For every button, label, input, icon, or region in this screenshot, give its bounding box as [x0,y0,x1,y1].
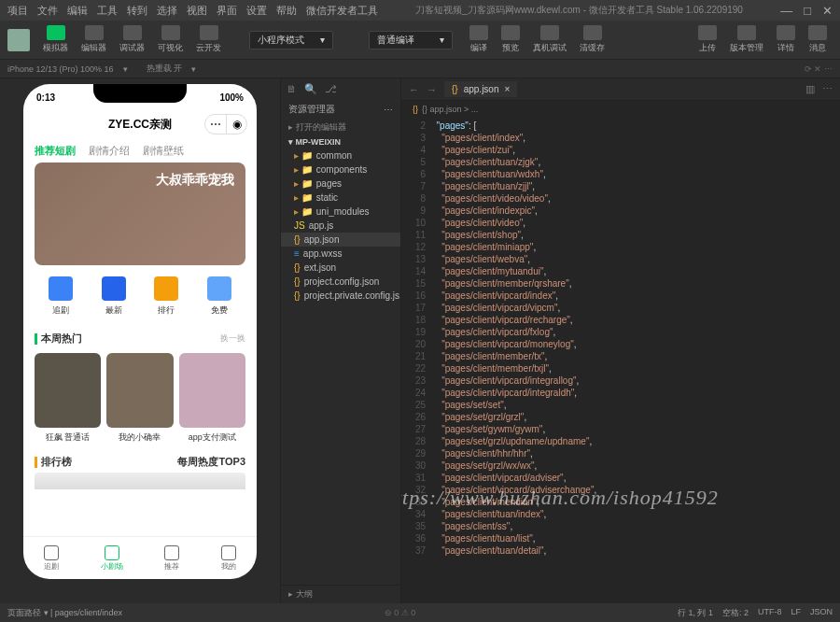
menu-bar: 项目文件编辑工具转到选择视图界面设置帮助微信开发者工具 [7,4,378,18]
menu-编辑[interactable]: 编辑 [67,4,88,18]
phone-battery: 100% [219,92,244,103]
open-editors-section[interactable]: ▸ 打开的编辑器 [281,120,400,135]
tabbar-item-3[interactable]: 我的 [221,545,236,572]
split-icon[interactable]: ▥ [805,83,815,95]
cloud-button[interactable]: 云开发 [190,23,227,56]
file-app.wxss[interactable]: ≡ app.wxss [281,247,400,261]
menu-界面[interactable]: 界面 [217,4,237,18]
debugger-button[interactable]: 调试器 [114,23,150,56]
nav-icon-0[interactable]: 追剧 [49,276,73,317]
status-JSON[interactable]: JSON [810,607,833,619]
editor-button[interactable]: 编辑器 [76,23,112,56]
editor-tools: ← → [409,84,437,95]
menu-帮助[interactable]: 帮助 [276,4,297,18]
nav-icon-2[interactable]: 排行 [154,276,178,317]
tab-close-icon[interactable]: × [505,84,511,94]
phone-tab-0[interactable]: 推荐短剧 [35,144,76,158]
menu-工具[interactable]: 工具 [97,4,118,18]
page-path[interactable]: 页面路径 ▾ | pages/client/index [7,607,122,619]
clear-cache-button[interactable]: 清缓存 [574,23,610,56]
menu-设置[interactable]: 设置 [246,4,267,18]
file-project.config.json[interactable]: {} project.config.json [281,275,400,289]
close-icon[interactable]: ✕ [822,4,833,18]
phone-tabs: 推荐短剧剧情介绍剧情壁纸 [23,138,257,163]
status-UTF-8[interactable]: UTF-8 [758,607,782,619]
visual-button[interactable]: 可视化 [152,23,189,56]
status-空格: 2[interactable]: 空格: 2 [722,607,749,619]
code-area[interactable]: 2345678910111213141516171819202122232425… [401,118,840,603]
device-selector[interactable]: iPhone 12/13 (Pro) 100% 16 [7,64,114,74]
file-app.json[interactable]: {} app.json [281,233,400,247]
phone-content[interactable]: 大叔乖乖宠我 追剧最新排行免费 本周热门 换一换 狂飙 普通话我的小确幸app支… [23,163,257,536]
maximize-icon[interactable]: □ [804,4,811,18]
minimize-icon[interactable]: — [780,4,792,18]
file-app.js[interactable]: JS app.js [281,219,400,233]
files-icon[interactable]: 🗎 [287,83,297,94]
mode-dropdown[interactable]: 小程序模式▾ [249,31,333,49]
card-0[interactable]: 狂飙 普通话 [35,353,101,444]
card-2[interactable]: app支付测试 [179,353,245,444]
tabbar-item-1[interactable]: 小剧场 [101,545,123,572]
avatar[interactable] [7,29,30,51]
menu-文件[interactable]: 文件 [37,4,58,18]
capsule-close-icon[interactable]: ◉ [226,115,246,134]
capsule-menu-icon[interactable]: ⋯ [205,115,226,134]
status-LF[interactable]: LF [791,607,801,619]
phone-tabbar: 追剧小剧场推荐我的 [23,536,257,579]
window-title: 刀客短视频_刀客源码网www.dkewl.com - 微信开发者工具 Stabl… [378,4,780,17]
outline-section[interactable]: ▸ 大纲 [281,585,400,603]
file-pages[interactable]: ▸ 📁 pages [281,177,400,191]
file-ext.json[interactable]: {} ext.json [281,261,400,275]
rank-more: 每周热度TOP3 [177,455,245,469]
status-right: 行 1, 列 1空格: 2UTF-8LFJSON [678,607,833,619]
preview-button[interactable]: 预览 [496,23,525,56]
phone-tab-1[interactable]: 剧情介绍 [89,144,130,158]
detail-button[interactable]: 详情 [771,23,801,56]
menu-微信开发者工具[interactable]: 微信开发者工具 [306,4,378,18]
menu-选择[interactable]: 选择 [157,4,177,18]
tabbar-item-2[interactable]: 推荐 [164,545,179,572]
remote-debug-button[interactable]: 真机调试 [527,23,572,56]
simulator-button[interactable]: 模拟器 [37,23,74,56]
menu-项目[interactable]: 项目 [7,4,28,18]
status-bar: 页面路径 ▾ | pages/client/index ⊖ 0 ⚠ 0 行 1,… [0,603,840,622]
version-button[interactable]: 版本管理 [724,23,769,56]
file-project.private.config.js...[interactable]: {} project.private.config.js... [281,289,400,303]
capsule: ⋯ ◉ [204,114,247,134]
line-gutter: 2345678910111213141516171819202122232425… [401,118,431,603]
back-icon[interactable]: ← [409,84,419,95]
hot-reload-toggle[interactable]: 热重载 开 [147,63,183,75]
upload-button[interactable]: 上传 [693,23,722,56]
menu-视图[interactable]: 视图 [187,4,207,18]
editor-tab-appjson[interactable]: {}app.json× [444,81,517,97]
card-1[interactable]: 我的小确幸 [106,353,173,444]
nav-icon-3[interactable]: 免费 [207,276,231,317]
compile-dropdown[interactable]: 普通编译▾ [369,31,453,49]
compile-button[interactable]: 编译 [464,23,494,56]
banner[interactable]: 大叔乖乖宠我 [35,163,245,265]
forward-icon[interactable]: → [427,84,437,95]
menu-转到[interactable]: 转到 [127,4,147,18]
project-root[interactable]: ▾ MP-WEIXIN [281,135,400,148]
banner-text: 大叔乖乖宠我 [156,172,234,189]
refresh-link[interactable]: 换一换 [220,332,245,345]
file-static[interactable]: ▸ 📁 static [281,191,400,205]
tabbar-item-0[interactable]: 追剧 [44,545,59,572]
titlebar: 项目文件编辑工具转到选择视图界面设置帮助微信开发者工具 刀客短视频_刀客源码网w… [0,0,840,21]
status-行 1, 列 1[interactable]: 行 1, 列 1 [678,607,713,619]
nav-icon-1[interactable]: 最新 [102,276,126,317]
branch-icon[interactable]: ⎇ [325,83,337,95]
code-lines[interactable]: https://www.huzhan.com/ishop41592 "pages… [431,118,840,603]
explorer-header: 资源管理器⋯ [281,99,400,120]
search-icon[interactable]: 🔍 [304,83,317,95]
file-common[interactable]: ▸ 📁 common [281,148,400,163]
explorer-panel: 🗎 🔍 ⎇ 资源管理器⋯ ▸ 打开的编辑器 ▾ MP-WEIXIN ▸ 📁 co… [280,78,401,603]
file-components[interactable]: ▸ 📁 components [281,163,400,177]
section-weekly-hot: 本周热门 换一换 [35,328,245,349]
file-uni_modules[interactable]: ▸ 📁 uni_modules [281,205,400,219]
explorer-more-icon[interactable]: ⋯ [384,105,393,115]
message-button[interactable]: 消息 [803,23,833,56]
editor-more-icon[interactable]: ⋯ [822,83,833,95]
phone-tab-2[interactable]: 剧情壁纸 [143,144,184,158]
breadcrumb[interactable]: {}{} app.json > ... [401,101,840,118]
